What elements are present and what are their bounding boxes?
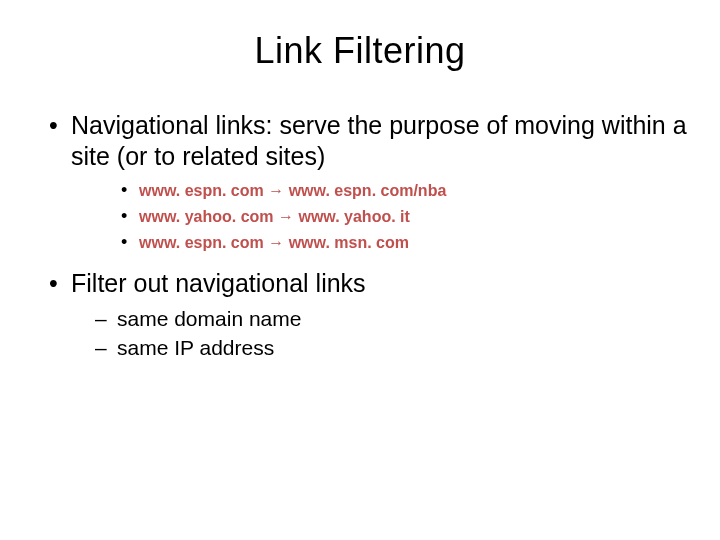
example-text: www. yahoo. com → www. yahoo. it: [139, 208, 410, 225]
example-item: www. espn. com → www. msn. com: [121, 231, 695, 254]
example-text: www. espn. com → www. msn. com: [139, 234, 409, 251]
example-text: www. espn. com → www. espn. com/nba: [139, 182, 446, 199]
sub-bullet-ip: same IP address: [95, 334, 695, 361]
bullet-filter-out: Filter out navigational links: [49, 268, 695, 299]
sub-bullet-domain: same domain name: [95, 305, 695, 332]
example-item: www. yahoo. com → www. yahoo. it: [121, 205, 695, 228]
bullet-navigational-links: Navigational links: serve the purpose of…: [49, 110, 695, 173]
example-item: www. espn. com → www. espn. com/nba: [121, 179, 695, 202]
slide-title: Link Filtering: [25, 30, 695, 72]
